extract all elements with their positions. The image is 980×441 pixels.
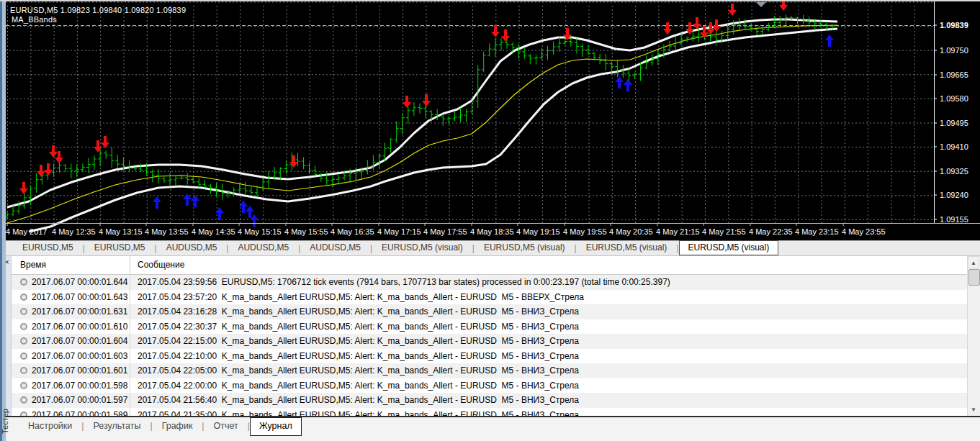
log-time: 2017.06.07 00:00:01.598 [12,378,130,394]
svg-text:4 May 13:15: 4 May 13:15 [99,227,143,236]
svg-text:1.09665: 1.09665 [940,71,968,79]
svg-text:4 May 2017: 4 May 2017 [6,227,47,236]
svg-text:4 May 14:35: 4 May 14:35 [192,227,235,236]
log-row[interactable]: 2017.06.07 00:00:01.5892017.05.04 21:35:… [12,408,968,417]
svg-text:4 May 23:55: 4 May 23:55 [842,227,886,236]
chart-tab-8[interactable]: EURUSD,M5 (visual) [679,240,779,255]
log-entry-icon [20,367,27,374]
log-row[interactable]: 2017.06.07 00:00:01.5972017.05.04 21:56:… [12,393,968,408]
scroll-up-icon[interactable]: ▲ [968,256,979,268]
chart-tab-0[interactable]: EURUSD,M5 [13,241,83,255]
log-row[interactable]: 2017.06.07 00:00:01.6042017.05.04 22:15:… [12,334,968,349]
log-message: 2017.05.04 23:16:28 K_ma_bands_Allert EU… [130,304,968,319]
window-left-edge [0,0,6,441]
svg-text:1.09410: 1.09410 [940,142,968,151]
tester-tab-3[interactable]: Отчет [204,417,248,435]
svg-text:4 May 19:15: 4 May 19:15 [516,227,560,236]
svg-text:4 May 21:55: 4 May 21:55 [702,227,746,236]
log-message: 2017.05.04 21:56:40 K_ma_bands_Allert EU… [130,393,968,408]
log-entry-icon [20,396,27,404]
log-row[interactable]: 2017.06.07 00:00:01.6032017.05.04 22:10:… [12,349,968,364]
log-row[interactable]: 2017.06.07 00:00:01.5982017.05.04 22:00:… [12,378,968,394]
svg-text:1.09839: 1.09839 [940,21,968,29]
log-message: 2017.05.04 23:59:56 EURUSD,M5: 1706712 t… [130,275,968,290]
tester-vertical-tab[interactable]: Тестер [1,403,10,440]
svg-text:4 May 15:15: 4 May 15:15 [238,227,282,236]
log-time: 2017.06.07 00:00:01.603 [12,349,130,364]
journal-table: Время Сообщение 2017.06.07 00:00:01.6442… [12,256,968,416]
svg-text:4 May 19:55: 4 May 19:55 [563,227,607,236]
log-entry-icon [20,323,27,330]
log-entry-icon [20,353,27,360]
chart-tab-4[interactable]: AUDUSD,M5 [300,241,370,255]
chart-symbol-ohlc-label: EURUSD,M5 1.09823 1.09840 1.09820 1.0983… [10,6,186,14]
price-axis[interactable]: 1.098391.097501.096651.095801.094951.094… [934,21,968,224]
svg-text:1.09495: 1.09495 [940,119,968,127]
log-row[interactable]: 2017.06.07 00:00:01.6012017.05.04 22:05:… [12,363,968,378]
svg-text:4 May 13:55: 4 May 13:55 [145,227,189,236]
svg-text:4 May 21:15: 4 May 21:15 [656,227,700,236]
journal-panel: × Время Сообщение 2017.06.07 00:00:01.64… [0,256,980,416]
scrollbar-thumb[interactable] [968,269,980,286]
svg-text:1.09155: 1.09155 [940,215,968,224]
chart-tab-2[interactable]: AUDUSD,M5 [157,241,227,255]
chart-tab-3[interactable]: AUDUSD,M5 [228,241,298,255]
log-time: 2017.06.07 00:00:01.643 [12,290,130,305]
svg-text:4 May 17:15: 4 May 17:15 [377,227,421,236]
log-message: 2017.05.04 23:57:20 K_ma_bands_Allert EU… [130,290,968,305]
log-entry-icon [20,382,27,389]
chart-tab-5[interactable]: EURUSD,M5 (visual) [372,241,472,255]
svg-text:4 May 15:55: 4 May 15:55 [284,227,328,236]
svg-text:1.09240: 1.09240 [940,191,968,199]
chart-panel: 1.098391.097501.096651.095801.094951.094… [0,0,980,240]
log-message: 2017.05.04 22:05:00 K_ma_bands_Allert EU… [130,363,968,378]
tester-tab-4[interactable]: Журнал [250,417,302,436]
log-row[interactable]: 2017.06.07 00:00:01.6432017.05.04 23:57:… [12,290,968,305]
tester-tab-bar: Настройки|Результаты|График|Отчет|Журнал [0,417,980,441]
log-message: 2017.05.04 21:35:00 K_ma_bands_Allert EU… [130,408,968,417]
log-entry-icon [20,278,27,286]
chart-indicator-label: MA_BBands [12,15,57,24]
log-time: 2017.06.07 00:00:01.610 [12,319,130,335]
journal-rows: 2017.06.07 00:00:01.6442017.05.04 23:59:… [12,275,968,416]
tester-tab-1[interactable]: Результаты [84,417,150,435]
svg-text:1.09750: 1.09750 [940,46,968,55]
log-time: 2017.06.07 00:00:01.601 [12,363,130,378]
chart-tab-6[interactable]: EURUSD,M5 (visual) [475,241,575,255]
chart-tab-7[interactable]: EURUSD,M5 (visual) [577,241,677,255]
tester-tab-0[interactable]: Настройки [19,417,81,435]
log-message: 2017.05.04 22:30:37 K_ma_bands_Allert EU… [130,319,968,335]
window-top-edge [0,0,980,1]
svg-text:4 May 22:35: 4 May 22:35 [749,227,793,236]
svg-text:4 May 12:35: 4 May 12:35 [52,227,96,236]
price-chart[interactable]: 1.098391.097501.096651.095801.094951.094… [0,0,980,240]
log-row[interactable]: 2017.06.07 00:00:01.6442017.05.04 23:59:… [12,275,968,290]
log-time: 2017.06.07 00:00:01.589 [12,408,130,417]
svg-text:4 May 17:55: 4 May 17:55 [423,227,467,236]
log-row[interactable]: 2017.06.07 00:00:01.6102017.05.04 22:30:… [12,319,968,335]
log-time: 2017.06.07 00:00:01.631 [12,304,130,319]
svg-text:4 May 18:35: 4 May 18:35 [470,227,514,236]
log-message: 2017.05.04 22:10:00 K_ma_bands_Allert EU… [130,349,968,364]
tester-tab-2[interactable]: График [153,417,202,435]
log-time: 2017.06.07 00:00:01.604 [12,334,130,349]
svg-text:4 May 23:15: 4 May 23:15 [795,227,839,236]
log-message: 2017.05.04 22:15:00 K_ma_bands_Allert EU… [130,334,968,349]
column-header-time[interactable]: Время [12,256,130,274]
chart-tab-bar: EURUSD,M5|EURUSD,M5|AUDUSD,M5|AUDUSD,M5|… [0,240,980,256]
log-time: 2017.06.07 00:00:01.644 [12,275,130,290]
scroll-down-icon[interactable]: ▼ [968,404,979,416]
log-entry-icon [20,308,27,315]
log-time: 2017.06.07 00:00:01.597 [12,393,130,408]
chart-tab-1[interactable]: EURUSD,M5 [85,241,155,255]
log-row[interactable]: 2017.06.07 00:00:01.6312017.05.04 23:16:… [12,304,968,319]
svg-text:1.09580: 1.09580 [940,94,968,103]
log-entry-icon [20,337,27,345]
svg-text:4 May 20:35: 4 May 20:35 [609,227,653,236]
column-header-message[interactable]: Сообщение [130,256,968,274]
svg-text:1.09325: 1.09325 [940,167,968,176]
journal-scrollbar[interactable]: ▲ ▼ [967,256,980,416]
log-message: 2017.05.04 22:00:00 K_ma_bands_Allert EU… [130,378,968,394]
svg-text:4 May 16:35: 4 May 16:35 [331,227,374,236]
panel-splitter[interactable] [0,416,980,417]
